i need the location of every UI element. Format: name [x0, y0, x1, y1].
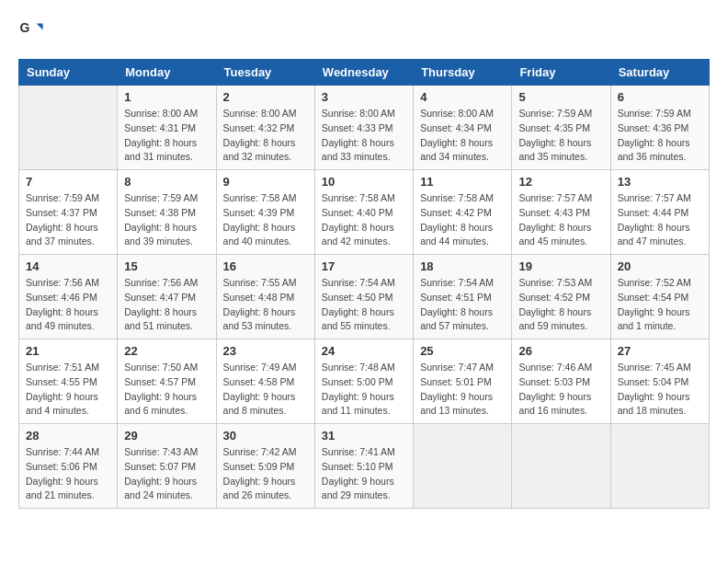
header-cell-friday: Friday	[512, 60, 610, 86]
calendar-cell: 17 Sunrise: 7:54 AMSunset: 4:50 PMDaylig…	[314, 255, 413, 339]
calendar-cell	[610, 424, 709, 509]
calendar-cell: 5 Sunrise: 7:59 AMSunset: 4:35 PMDayligh…	[512, 86, 610, 170]
day-number: 16	[223, 259, 308, 273]
day-number: 20	[618, 259, 702, 273]
day-number: 12	[518, 175, 603, 189]
day-number: 26	[518, 344, 603, 358]
calendar-cell: 4 Sunrise: 8:00 AMSunset: 4:34 PMDayligh…	[414, 86, 512, 170]
day-number: 29	[124, 429, 209, 442]
calendar-cell: 25 Sunrise: 7:47 AMSunset: 5:01 PMDaylig…	[414, 339, 512, 424]
day-number: 18	[420, 259, 505, 273]
calendar-cell: 26 Sunrise: 7:46 AMSunset: 5:03 PMDaylig…	[512, 339, 610, 424]
day-info: Sunrise: 7:44 AMSunset: 5:06 PMDaylight:…	[26, 445, 110, 503]
calendar-cell: 18 Sunrise: 7:54 AMSunset: 4:51 PMDaylig…	[414, 255, 512, 339]
day-info: Sunrise: 7:59 AMSunset: 4:36 PMDaylight:…	[618, 107, 702, 165]
day-info: Sunrise: 7:47 AMSunset: 5:01 PMDaylight:…	[420, 361, 505, 419]
header-cell-wednesday: Wednesday	[314, 60, 413, 86]
calendar-cell: 30 Sunrise: 7:42 AMSunset: 5:09 PMDaylig…	[216, 424, 314, 509]
day-number: 21	[26, 344, 110, 358]
day-info: Sunrise: 7:54 AMSunset: 4:50 PMDaylight:…	[322, 276, 406, 334]
day-number: 9	[223, 175, 308, 189]
calendar-cell: 8 Sunrise: 7:59 AMSunset: 4:38 PMDayligh…	[118, 170, 216, 255]
day-number: 17	[322, 259, 406, 273]
day-number: 24	[322, 344, 406, 358]
calendar-cell: 21 Sunrise: 7:51 AMSunset: 4:55 PMDaylig…	[19, 339, 118, 424]
day-info: Sunrise: 7:53 AMSunset: 4:52 PMDaylight:…	[518, 276, 603, 334]
svg-text:G: G	[19, 20, 29, 35]
day-number: 22	[124, 344, 209, 358]
week-row-4: 21 Sunrise: 7:51 AMSunset: 4:55 PMDaylig…	[19, 339, 710, 424]
calendar-body: 1 Sunrise: 8:00 AMSunset: 4:31 PMDayligh…	[19, 86, 710, 509]
day-info: Sunrise: 7:59 AMSunset: 4:35 PMDaylight:…	[518, 107, 603, 165]
day-info: Sunrise: 7:57 AMSunset: 4:43 PMDaylight:…	[518, 191, 603, 249]
calendar-cell: 22 Sunrise: 7:50 AMSunset: 4:57 PMDaylig…	[118, 339, 216, 424]
calendar-cell: 13 Sunrise: 7:57 AMSunset: 4:44 PMDaylig…	[610, 170, 709, 255]
day-info: Sunrise: 7:51 AMSunset: 4:55 PMDaylight:…	[26, 361, 110, 419]
day-info: Sunrise: 7:54 AMSunset: 4:51 PMDaylight:…	[420, 276, 505, 334]
day-number: 28	[26, 429, 110, 442]
header-cell-thursday: Thursday	[414, 60, 512, 86]
calendar-header: SundayMondayTuesdayWednesdayThursdayFrid…	[19, 60, 710, 86]
header-row: SundayMondayTuesdayWednesdayThursdayFrid…	[19, 60, 710, 86]
calendar-cell: 28 Sunrise: 7:44 AMSunset: 5:06 PMDaylig…	[19, 424, 118, 509]
day-info: Sunrise: 7:59 AMSunset: 4:37 PMDaylight:…	[26, 191, 110, 249]
day-number: 1	[124, 90, 209, 104]
calendar-table: SundayMondayTuesdayWednesdayThursdayFrid…	[18, 59, 710, 509]
day-info: Sunrise: 7:45 AMSunset: 5:04 PMDaylight:…	[618, 361, 702, 419]
calendar-cell: 31 Sunrise: 7:41 AMSunset: 5:10 PMDaylig…	[314, 424, 413, 509]
calendar-cell: 12 Sunrise: 7:57 AMSunset: 4:43 PMDaylig…	[512, 170, 610, 255]
calendar-cell: 1 Sunrise: 8:00 AMSunset: 4:31 PMDayligh…	[118, 86, 216, 170]
day-number: 2	[223, 90, 308, 104]
day-number: 30	[223, 429, 308, 442]
calendar-cell: 10 Sunrise: 7:58 AMSunset: 4:40 PMDaylig…	[314, 170, 413, 255]
calendar-cell	[512, 424, 610, 509]
calendar-cell: 23 Sunrise: 7:49 AMSunset: 4:58 PMDaylig…	[216, 339, 314, 424]
day-number: 23	[223, 344, 308, 358]
calendar-cell: 27 Sunrise: 7:45 AMSunset: 5:04 PMDaylig…	[610, 339, 709, 424]
day-info: Sunrise: 8:00 AMSunset: 4:31 PMDaylight:…	[124, 107, 209, 165]
day-info: Sunrise: 7:58 AMSunset: 4:39 PMDaylight:…	[223, 191, 308, 249]
day-info: Sunrise: 7:56 AMSunset: 4:47 PMDaylight:…	[124, 276, 209, 334]
header-cell-sunday: Sunday	[19, 60, 118, 86]
calendar-cell: 24 Sunrise: 7:48 AMSunset: 5:00 PMDaylig…	[314, 339, 413, 424]
day-info: Sunrise: 7:52 AMSunset: 4:54 PMDaylight:…	[618, 276, 702, 334]
day-info: Sunrise: 7:49 AMSunset: 4:58 PMDaylight:…	[223, 361, 308, 419]
calendar-cell: 9 Sunrise: 7:58 AMSunset: 4:39 PMDayligh…	[216, 170, 314, 255]
day-info: Sunrise: 7:58 AMSunset: 4:42 PMDaylight:…	[420, 191, 505, 249]
day-number: 7	[26, 175, 110, 189]
day-number: 3	[322, 90, 406, 104]
svg-marker-1	[37, 24, 43, 30]
logo: G	[18, 18, 46, 44]
week-row-1: 1 Sunrise: 8:00 AMSunset: 4:31 PMDayligh…	[19, 86, 710, 170]
calendar-cell	[19, 86, 118, 170]
day-number: 13	[618, 175, 702, 189]
page-header: G	[18, 18, 710, 44]
day-number: 31	[322, 429, 406, 442]
week-row-2: 7 Sunrise: 7:59 AMSunset: 4:37 PMDayligh…	[19, 170, 710, 255]
calendar-cell: 3 Sunrise: 8:00 AMSunset: 4:33 PMDayligh…	[314, 86, 413, 170]
day-number: 27	[618, 344, 702, 358]
day-info: Sunrise: 8:00 AMSunset: 4:34 PMDaylight:…	[420, 107, 505, 165]
day-info: Sunrise: 8:00 AMSunset: 4:33 PMDaylight:…	[322, 107, 406, 165]
header-cell-monday: Monday	[118, 60, 216, 86]
calendar-cell: 16 Sunrise: 7:55 AMSunset: 4:48 PMDaylig…	[216, 255, 314, 339]
week-row-3: 14 Sunrise: 7:56 AMSunset: 4:46 PMDaylig…	[19, 255, 710, 339]
day-number: 15	[124, 259, 209, 273]
day-info: Sunrise: 7:56 AMSunset: 4:46 PMDaylight:…	[26, 276, 110, 334]
day-number: 14	[26, 259, 110, 273]
calendar-cell: 14 Sunrise: 7:56 AMSunset: 4:46 PMDaylig…	[19, 255, 118, 339]
day-number: 6	[618, 90, 702, 104]
day-number: 5	[518, 90, 603, 104]
header-cell-saturday: Saturday	[610, 60, 709, 86]
calendar-cell: 20 Sunrise: 7:52 AMSunset: 4:54 PMDaylig…	[610, 255, 709, 339]
day-info: Sunrise: 7:46 AMSunset: 5:03 PMDaylight:…	[518, 361, 603, 419]
day-info: Sunrise: 7:55 AMSunset: 4:48 PMDaylight:…	[223, 276, 308, 334]
day-info: Sunrise: 7:43 AMSunset: 5:07 PMDaylight:…	[124, 445, 209, 503]
logo-icon: G	[18, 18, 44, 44]
day-info: Sunrise: 7:57 AMSunset: 4:44 PMDaylight:…	[618, 191, 702, 249]
day-number: 25	[420, 344, 505, 358]
calendar-cell: 6 Sunrise: 7:59 AMSunset: 4:36 PMDayligh…	[610, 86, 709, 170]
calendar-cell: 2 Sunrise: 8:00 AMSunset: 4:32 PMDayligh…	[216, 86, 314, 170]
week-row-5: 28 Sunrise: 7:44 AMSunset: 5:06 PMDaylig…	[19, 424, 710, 509]
day-info: Sunrise: 7:48 AMSunset: 5:00 PMDaylight:…	[322, 361, 406, 419]
